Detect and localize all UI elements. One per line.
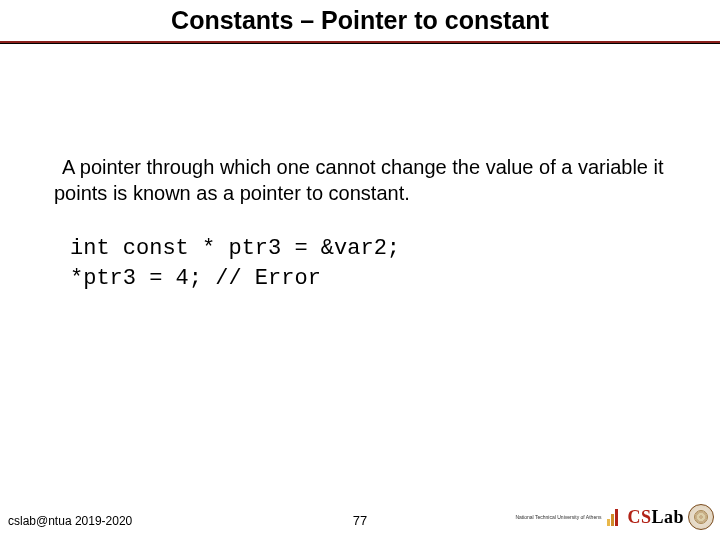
cslab-logo: CSLab <box>627 507 684 528</box>
university-seal-icon <box>688 504 714 530</box>
logo-lab: Lab <box>651 507 684 527</box>
body-paragraph: A pointer through which one cannot chang… <box>54 154 666 206</box>
university-name: National Technical University of Athens <box>515 515 601 520</box>
code-line-1: int const * ptr3 = &var2; <box>70 236 400 261</box>
logo-cs: CS <box>627 507 651 527</box>
title-area: Constants – Pointer to constant <box>0 0 720 35</box>
code-block: int const * ptr3 = &var2; *ptr3 = 4; // … <box>54 234 666 293</box>
code-line-2: *ptr3 = 4; // Error <box>70 266 321 291</box>
slide-title: Constants – Pointer to constant <box>171 6 549 35</box>
footer-right: National Technical University of Athens … <box>515 504 714 530</box>
footer: cslab@ntua 2019-2020 77 National Technic… <box>0 502 720 530</box>
logo-bars-icon <box>607 508 621 526</box>
footer-left-text: cslab@ntua 2019-2020 <box>8 514 132 528</box>
slide: Constants – Pointer to constant A pointe… <box>0 0 720 540</box>
page-number: 77 <box>353 513 367 528</box>
content-area: A pointer through which one cannot chang… <box>0 44 720 293</box>
